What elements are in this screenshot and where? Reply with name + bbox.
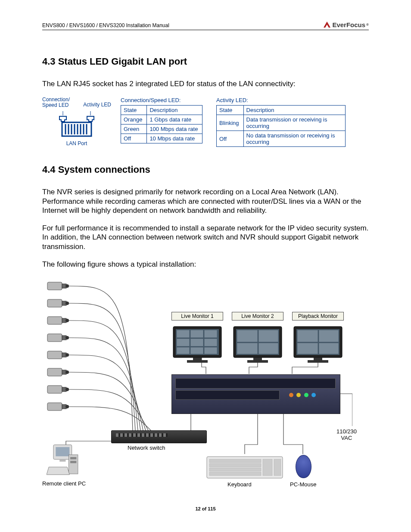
activity-led-label: Activity LED xyxy=(83,102,111,108)
table-cell: Orange xyxy=(121,115,147,124)
svg-rect-38 xyxy=(190,330,203,338)
svg-point-34 xyxy=(65,405,69,408)
svg-rect-11 xyxy=(47,282,62,290)
act-led-h2: Description xyxy=(243,106,345,115)
svg-rect-29 xyxy=(47,386,62,393)
keyboard-label: Keyboard xyxy=(227,481,252,488)
led-figure-row: Connection/ Speed LED Activity LED xyxy=(42,97,369,147)
svg-rect-50 xyxy=(237,330,258,342)
table-cell: No data transmission or receiving is occ… xyxy=(243,131,345,147)
svg-rect-53 xyxy=(258,343,278,354)
svg-rect-54 xyxy=(253,358,262,360)
svg-rect-69 xyxy=(70,461,76,463)
svg-rect-51 xyxy=(258,330,278,342)
page-header: ENVS800 / ENVS1600 / ENVS3200 Installati… xyxy=(42,21,369,30)
conn-led-h1: State xyxy=(121,106,147,115)
keyboard-icon xyxy=(206,454,283,480)
mouse-icon xyxy=(296,455,311,478)
camera-icon xyxy=(47,383,70,396)
svg-rect-47 xyxy=(187,360,208,363)
act-led-h1: State xyxy=(217,106,244,115)
live-monitor-2: Live Monitor 2 xyxy=(232,312,283,359)
table-cell: Data transmission or receiving is occurr… xyxy=(243,115,345,131)
svg-rect-23 xyxy=(47,351,62,359)
network-switch-label: Network switch xyxy=(128,445,165,451)
svg-rect-74 xyxy=(209,472,261,476)
svg-rect-46 xyxy=(193,358,202,360)
section-heading-4-4: 4.4 System connections xyxy=(42,164,369,175)
svg-point-16 xyxy=(65,302,69,305)
svg-rect-71 xyxy=(209,459,261,463)
svg-point-31 xyxy=(65,388,69,391)
svg-rect-65 xyxy=(56,447,69,456)
table-cell: Blinking xyxy=(217,115,244,131)
playback-monitor-label: Playback Monitor xyxy=(292,312,344,320)
svg-rect-55 xyxy=(247,360,268,363)
section-4-3-intro: The LAN RJ45 socket has 2 integrated LED… xyxy=(42,79,369,88)
camera-icon xyxy=(47,297,70,310)
svg-rect-52 xyxy=(237,343,258,354)
svg-rect-73 xyxy=(209,468,261,471)
nvr-unit-icon xyxy=(171,374,340,414)
section-4-4-p1: The NVR series is designed primarily for… xyxy=(42,187,369,215)
camera-icon xyxy=(47,314,70,327)
table-cell: 1 Gbps data rate xyxy=(147,115,202,124)
svg-rect-72 xyxy=(209,464,261,467)
monitor-icon xyxy=(171,321,223,369)
remote-pc-label: Remote client PC xyxy=(42,480,86,487)
remote-pc-icon xyxy=(47,443,81,478)
activity-led-block: Activity LED: State Description Blinking… xyxy=(216,97,346,147)
svg-rect-14 xyxy=(47,299,62,307)
camera-icon xyxy=(47,331,70,344)
camera-icon xyxy=(47,366,70,379)
page-number: 12 of 115 xyxy=(0,506,411,511)
camera-icon xyxy=(47,400,70,413)
svg-point-22 xyxy=(65,336,69,339)
svg-rect-76 xyxy=(274,459,281,476)
svg-rect-39 xyxy=(204,330,217,338)
conn-led-title: Connection/Speed LED: xyxy=(121,97,207,103)
live-monitor-2-label: Live Monitor 2 xyxy=(232,312,283,320)
live-monitor-1: Live Monitor 1 xyxy=(171,312,223,359)
svg-rect-44 xyxy=(190,347,203,354)
svg-rect-68 xyxy=(70,457,76,459)
table-cell: 100 Mbps data rate xyxy=(147,124,202,134)
network-switch-icon xyxy=(111,430,207,443)
svg-rect-42 xyxy=(204,339,217,346)
monitor-icon xyxy=(232,321,283,369)
table-cell: 10 Mbps data rate xyxy=(147,134,202,143)
power-line1: 110/230 xyxy=(336,428,357,435)
svg-rect-26 xyxy=(47,368,62,376)
svg-rect-63 xyxy=(308,360,328,363)
svg-rect-37 xyxy=(177,330,190,338)
svg-rect-60 xyxy=(297,343,318,354)
connection-speed-led-block: Connection/Speed LED: State Description … xyxy=(121,97,207,143)
svg-rect-59 xyxy=(319,330,339,342)
logo-mark: ® xyxy=(366,23,369,27)
section-4-4-p3: The following figure shows a typical ins… xyxy=(42,260,369,269)
power-line2: VAC xyxy=(341,435,352,441)
svg-point-13 xyxy=(65,284,69,288)
table-cell: Off xyxy=(217,131,244,147)
doc-title: ENVS800 / ENVS1600 / ENVS3200 Installati… xyxy=(42,22,169,28)
svg-rect-17 xyxy=(47,317,62,324)
svg-rect-62 xyxy=(314,358,322,360)
power-label: 110/230 VAC xyxy=(336,428,357,441)
svg-point-19 xyxy=(65,319,69,322)
svg-point-28 xyxy=(65,370,69,374)
everfocus-icon xyxy=(323,21,331,28)
svg-rect-75 xyxy=(263,459,272,476)
conn-led-h2: Description xyxy=(147,106,202,115)
svg-point-25 xyxy=(65,353,69,357)
svg-rect-43 xyxy=(177,347,190,354)
section-4-4-p2: For full performance it is recommended t… xyxy=(42,224,369,251)
mouse-label: PC-Mouse xyxy=(290,481,316,488)
brand-logo: EverFocus® xyxy=(323,21,369,28)
monitor-icon xyxy=(292,321,344,369)
logo-text: EverFocus xyxy=(332,21,365,28)
camera-icon xyxy=(47,280,70,292)
conn-speed-label-1: Connection/ xyxy=(42,96,70,103)
svg-rect-58 xyxy=(297,330,318,342)
lan-port-caption: LAN Port xyxy=(42,140,111,146)
table-cell: Off xyxy=(121,134,147,143)
